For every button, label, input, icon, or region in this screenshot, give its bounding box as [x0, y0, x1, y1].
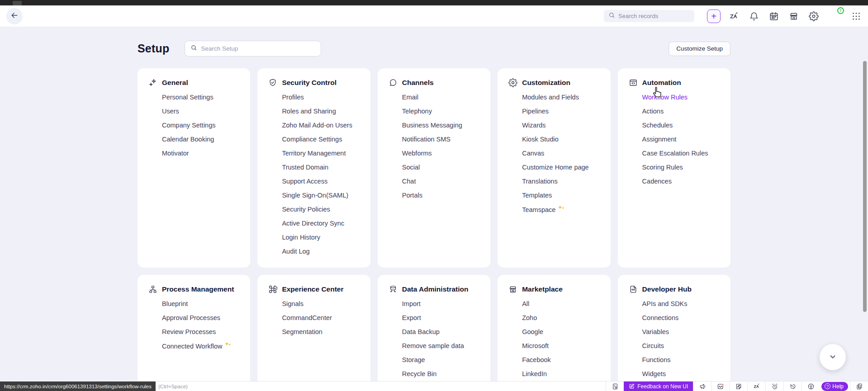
setup-link-kiosk-studio[interactable]: Kiosk Studio [522, 132, 599, 146]
setup-link-recycle-bin[interactable]: Recycle Bin [402, 367, 479, 381]
setup-link-label: Canvas [522, 149, 544, 158]
setup-link-import[interactable]: Import [402, 297, 479, 311]
setup-link-customize-home-page[interactable]: Customize Home page [522, 160, 599, 174]
accessibility-icon[interactable] [802, 382, 820, 391]
setup-link-all[interactable]: All [522, 297, 599, 311]
setup-link-commandcenter[interactable]: CommandCenter [282, 311, 359, 325]
setup-link-pipelines[interactable]: Pipelines [522, 104, 599, 118]
setup-link-translations[interactable]: Translations [522, 174, 599, 188]
setup-link-zoho-mail-add-on-users[interactable]: Zoho Mail Add-on Users [282, 118, 359, 132]
vertical-scrollbar[interactable] [863, 61, 867, 312]
setup-link-territory-management[interactable]: Territory Management [282, 146, 359, 160]
setup-link-widgets[interactable]: Widgets [642, 367, 720, 381]
setup-link-assignment[interactable]: Assignment [642, 132, 720, 146]
setup-link-telephony[interactable]: Telephony [402, 104, 479, 118]
global-search-box[interactable] [604, 10, 694, 22]
megaphone-icon[interactable] [693, 382, 711, 391]
setup-link-scoring-rules[interactable]: Scoring Rules [642, 160, 720, 174]
setup-link-wizards[interactable]: Wizards [522, 118, 599, 132]
search-records-input[interactable] [618, 13, 686, 19]
card-item-list: APIs and SDKsConnectionsVariablesCircuit… [629, 297, 720, 381]
setup-link-zoho[interactable]: Zoho [522, 311, 599, 325]
setup-link-audit-log[interactable]: Audit Log [282, 245, 359, 259]
search-setup-input[interactable] [201, 45, 309, 52]
setup-search-box[interactable] [185, 41, 321, 57]
setup-link-security-policies[interactable]: Security Policies [282, 203, 359, 217]
setup-link-business-messaging[interactable]: Business Messaging [402, 118, 479, 132]
setup-link-data-backup[interactable]: Data Backup [402, 325, 479, 339]
setup-link-webforms[interactable]: Webforms [402, 146, 479, 160]
setup-link-functions[interactable]: Functions [642, 353, 720, 367]
setup-link-circuits[interactable]: Circuits [642, 339, 720, 353]
setup-link-variables[interactable]: Variables [642, 325, 720, 339]
setup-link-label: Support Access [282, 177, 327, 186]
setup-link-login-history[interactable]: Login History [282, 231, 359, 245]
help-button[interactable]: ? Help [821, 382, 848, 391]
setup-link-active-directory-sync[interactable]: Active Directory Sync [282, 217, 359, 231]
setup-link-microsoft[interactable]: Microsoft [522, 339, 599, 353]
dialer-doc-icon[interactable] [606, 382, 624, 391]
setup-link-portals[interactable]: Portals [402, 188, 479, 203]
setup-link-profiles[interactable]: Profiles [282, 90, 359, 104]
setup-link-apis-and-sdks[interactable]: APIs and SDKs [642, 297, 720, 311]
pulse-icon[interactable] [711, 382, 729, 391]
setup-link-email[interactable]: Email [402, 90, 479, 104]
setup-link-segmentation[interactable]: Segmentation [282, 325, 359, 339]
setup-link-personal-settings[interactable]: Personal Settings [162, 90, 239, 104]
setup-link-support-access[interactable]: Support Access [282, 174, 359, 188]
setup-link-teamspace[interactable]: Teamspace✦✦ [522, 203, 599, 217]
setup-link-blueprint[interactable]: Blueprint [162, 297, 239, 311]
bell-icon[interactable] [749, 11, 759, 22]
setup-link-canvas[interactable]: Canvas [522, 146, 599, 160]
setup-link-approval-processes[interactable]: Approval Processes [162, 311, 239, 325]
alarm-icon[interactable] [765, 382, 783, 391]
setup-link-cadences[interactable]: Cadences [642, 174, 720, 188]
setup-link-trusted-domain[interactable]: Trusted Domain [282, 160, 359, 174]
setup-link-company-settings[interactable]: Company Settings [162, 118, 239, 132]
setup-link-case-escalation-rules[interactable]: Case Escalation Rules [642, 146, 720, 160]
zia-icon[interactable] [729, 11, 740, 22]
setup-link-calendar-booking[interactable]: Calendar Booking [162, 132, 239, 146]
setup-link-chat[interactable]: Chat [402, 174, 479, 188]
setup-link-facebook[interactable]: Facebook [522, 353, 599, 367]
setup-link-signals[interactable]: Signals [282, 297, 359, 311]
setup-link-connections[interactable]: Connections [642, 311, 720, 325]
gear-icon [508, 78, 517, 87]
setup-link-label: Schedules [642, 121, 673, 130]
gear-icon[interactable] [808, 11, 819, 22]
setup-link-social[interactable]: Social [402, 160, 479, 174]
setup-link-export[interactable]: Export [402, 311, 479, 325]
setup-link-actions[interactable]: Actions [642, 104, 720, 118]
setup-link-users[interactable]: Users [162, 104, 239, 118]
quick-create-button[interactable]: + [707, 9, 721, 23]
history-icon[interactable] [783, 382, 802, 391]
back-button[interactable] [6, 8, 23, 24]
setup-link-linkedin[interactable]: LinkedIn [522, 367, 599, 381]
setup-link-label: Login History [282, 233, 320, 242]
setup-link-single-sign-on-saml[interactable]: Single Sign-On(SAML) [282, 188, 359, 203]
setup-link-compliance-settings[interactable]: Compliance Settings [282, 132, 359, 146]
setup-link-modules-and-fields[interactable]: Modules and Fields [522, 90, 599, 104]
note-icon[interactable] [729, 382, 747, 391]
apps-grid-icon[interactable] [851, 11, 862, 22]
card-item-list: EmailTelephonyBusiness MessagingNotifica… [389, 90, 479, 203]
setup-link-connected-workflow[interactable]: Connected Workflow✦✦ [162, 339, 239, 353]
setup-link-motivator[interactable]: Motivator [162, 146, 239, 160]
customize-setup-button[interactable]: Customize Setup [669, 42, 730, 56]
copy-icon[interactable] [850, 382, 868, 391]
zia-icon[interactable] [747, 382, 765, 391]
calendar-icon[interactable] [768, 11, 779, 22]
setup-link-storage[interactable]: Storage [402, 353, 479, 367]
user-avatar[interactable]: ! [828, 9, 842, 23]
feedback-button[interactable]: Feedback on New UI [624, 382, 693, 391]
setup-link-notification-sms[interactable]: Notification SMS [402, 132, 479, 146]
setup-link-templates[interactable]: Templates [522, 188, 599, 203]
scroll-down-button[interactable] [820, 344, 846, 370]
setup-link-remove-sample-data[interactable]: Remove sample data [402, 339, 479, 353]
setup-link-workflow-rules[interactable]: Workflow Rules [642, 90, 720, 104]
setup-link-roles-and-sharing[interactable]: Roles and Sharing [282, 104, 359, 118]
setup-link-schedules[interactable]: Schedules [642, 118, 720, 132]
setup-link-review-processes[interactable]: Review Processes [162, 325, 239, 339]
setup-link-google[interactable]: Google [522, 325, 599, 339]
storefront-icon[interactable] [788, 11, 799, 22]
